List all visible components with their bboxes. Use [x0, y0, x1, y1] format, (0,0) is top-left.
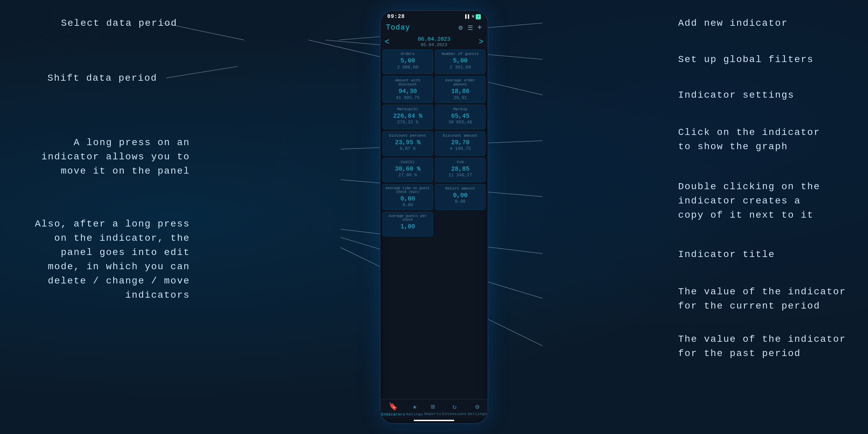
- annotation-long-press-1: A long press on an indicator allows you …: [27, 136, 190, 178]
- indicator-avg-guests-title: Average guests per check: [386, 214, 430, 222]
- indicator-cog-prev: 11 340,27: [438, 173, 482, 178]
- nav-indicators[interactable]: 🔖 Indicators: [381, 402, 406, 416]
- indicator-discount-pct-prev: 9,07 %: [386, 146, 430, 151]
- left-annotations: Select data period Shift data period A l…: [27, 0, 190, 434]
- indicator-avg-order-value: 18,86: [438, 88, 482, 95]
- indicator-row-4: Discount percent 23,95 % 9,07 % Discount…: [382, 131, 486, 156]
- settings-nav-icon: ⚙: [475, 402, 479, 411]
- date-secondary: 05.04.2023: [418, 42, 450, 47]
- indicator-amount-discount-prev: 41 995,75: [386, 95, 430, 100]
- annotation-select-period: Select data period: [61, 16, 177, 31]
- indicator-avg-time-title: Average time on guest check (min): [386, 186, 430, 194]
- bottom-nav: 🔖 Indicators ★ Ratings ⊞ Reports ↻ Exten…: [380, 399, 488, 418]
- indicator-markup-prev: 30 655,48: [438, 120, 482, 125]
- nav-ratings-label: Ratings: [406, 412, 423, 416]
- header-icons-container: ⚙ ☰ +: [459, 23, 482, 32]
- prev-period-arrow[interactable]: <: [384, 37, 389, 46]
- date-navigation: < 06.04.2023 05.04.2023 >: [380, 35, 488, 50]
- indicator-amount-discount-title: Amount with discount: [386, 78, 430, 86]
- phone-frame: 09:28 ▌▌ ⌘ ⚡ Today ⚙ ☰ + <: [380, 10, 488, 424]
- annotation-double-click: Double clicking on the indicator creates…: [678, 180, 820, 222]
- indicator-avg-time-prev: 0,00: [386, 202, 430, 208]
- home-indicator: [414, 420, 454, 421]
- indicator-row-2: Amount with discount 94,30 41 995,75 Ave…: [382, 76, 486, 103]
- annotation-add-indicator: Add new indicator: [678, 16, 788, 31]
- annotation-global-filters: Set up global filters: [678, 53, 814, 67]
- indicator-markup-pct[interactable]: Markup(%) 226,84 % 270,32 %: [382, 105, 433, 129]
- indicator-discount-pct[interactable]: Discount percent 23,95 % 9,07 %: [382, 131, 433, 156]
- indicator-markup-pct-value: 226,84 %: [386, 113, 430, 120]
- indicator-discount-amount[interactable]: Discount amount 29,70 4 190,75: [435, 131, 486, 156]
- annotation-indicator-settings: Indicator settings: [678, 88, 794, 102]
- annotation-shift-period: Shift data period: [47, 71, 157, 85]
- indicator-cog-pct[interactable]: CoG(%) 30,60 % 27,00 %: [382, 158, 433, 182]
- signal-icon: ▌▌: [465, 14, 471, 19]
- nav-reports[interactable]: ⊞ Reports: [424, 402, 441, 416]
- nav-settings-label: Settings: [468, 412, 487, 416]
- indicator-return[interactable]: Return amount 0,00 0.00: [435, 184, 486, 210]
- phone-container: 09:28 ▌▌ ⌘ ⚡ Today ⚙ ☰ + <: [380, 10, 488, 424]
- indicator-markup[interactable]: Markup 65,45 30 655,48: [435, 105, 486, 129]
- date-center: 06.04.2023 05.04.2023: [418, 36, 450, 47]
- indicator-avg-guests[interactable]: Average guests per check 1,00: [382, 212, 433, 236]
- indicator-guests[interactable]: Number of guests 5,00 2 381,00: [435, 50, 486, 74]
- indicator-avg-time-value: 0,00: [386, 195, 430, 203]
- indicator-discount-pct-value: 23,95 %: [386, 139, 430, 146]
- indicator-row-7: Average guests per check 1,00: [382, 212, 486, 236]
- menu-icon[interactable]: ☰: [468, 24, 473, 32]
- indicator-cog-pct-title: CoG(%): [386, 160, 430, 164]
- next-period-arrow[interactable]: >: [479, 37, 484, 46]
- add-indicator-icon[interactable]: +: [477, 23, 482, 32]
- nav-ratings[interactable]: ★ Ratings: [406, 402, 423, 416]
- indicator-return-title: Return amount: [438, 186, 482, 191]
- app-header: Today ⚙ ☰ +: [380, 21, 488, 35]
- wifi-icon: ⌘: [472, 14, 475, 19]
- indicator-avg-order-title: Average order amount: [438, 78, 482, 86]
- indicator-guests-title: Number of guests: [438, 52, 482, 56]
- indicator-row-6: Average time on guest check (min) 0,00 0…: [382, 184, 486, 210]
- date-primary: 06.04.2023: [418, 36, 450, 42]
- status-time: 09:28: [387, 14, 405, 20]
- right-annotations: Add new indicator Set up global filters …: [651, 0, 848, 434]
- indicator-cog-pct-prev: 27,00 %: [386, 173, 430, 178]
- ratings-icon: ★: [413, 402, 417, 411]
- indicator-row-5: CoG(%) 30,60 % 27,00 % CoG 28,85 11 340,…: [382, 158, 486, 182]
- annotation-click-graph: Click on the indicator to show the graph: [678, 125, 820, 154]
- status-bar: 09:28 ▌▌ ⌘ ⚡: [380, 11, 488, 21]
- indicator-discount-amount-value: 29,70: [438, 139, 482, 146]
- nav-extensions[interactable]: ↻ Extensions: [442, 402, 467, 416]
- annotation-indicator-title: Indicator title: [678, 248, 775, 262]
- header-title[interactable]: Today: [386, 23, 410, 32]
- indicator-markup-pct-title: Markup(%): [386, 107, 430, 111]
- extensions-icon: ↻: [452, 402, 456, 411]
- indicator-cog[interactable]: CoG 28,85 11 340,27: [435, 158, 486, 182]
- indicators-grid[interactable]: Orders 5,00 2 008,00 Number of guests 5,…: [380, 50, 488, 399]
- nav-settings[interactable]: ⚙ Settings: [468, 402, 487, 416]
- annotation-long-press-2: Also, after a long press on the indicato…: [27, 217, 190, 302]
- indicator-avg-time[interactable]: Average time on guest check (min) 0,00 0…: [382, 184, 433, 210]
- annotation-value-current: The value of the indicator for the curre…: [678, 285, 846, 313]
- indicator-avg-guests-value: 1,00: [386, 223, 430, 231]
- status-icons: ▌▌ ⌘ ⚡: [465, 14, 481, 19]
- indicator-avg-order[interactable]: Average order amount 18,86 20,91: [435, 76, 486, 103]
- nav-reports-label: Reports: [424, 412, 441, 416]
- nav-indicators-label: Indicators: [381, 412, 406, 416]
- indicators-icon: 🔖: [389, 402, 398, 411]
- indicator-orders-value: 5,00: [386, 57, 430, 65]
- indicator-cog-title: CoG: [438, 160, 482, 164]
- battery-icon: ⚡: [476, 14, 481, 19]
- indicator-amount-discount-value: 94,30: [386, 88, 430, 95]
- indicator-discount-amount-prev: 4 190,75: [438, 146, 482, 151]
- indicator-markup-title: Markup: [438, 107, 482, 111]
- indicator-guests-prev: 2 381,00: [438, 65, 482, 70]
- indicator-amount-discount[interactable]: Amount with discount 94,30 41 995,75: [382, 76, 433, 103]
- indicator-row-1: Orders 5,00 2 008,00 Number of guests 5,…: [382, 50, 486, 74]
- indicator-orders-prev: 2 008,00: [386, 65, 430, 70]
- indicator-cog-value: 28,85: [438, 165, 482, 173]
- indicator-markup-value: 65,45: [438, 113, 482, 120]
- indicator-markup-pct-prev: 270,32 %: [386, 120, 430, 125]
- indicator-discount-pct-title: Discount percent: [386, 134, 430, 138]
- settings-icon[interactable]: ⚙: [459, 23, 463, 32]
- indicator-orders-title: Orders: [386, 52, 430, 56]
- indicator-orders[interactable]: Orders 5,00 2 008,00: [382, 50, 433, 74]
